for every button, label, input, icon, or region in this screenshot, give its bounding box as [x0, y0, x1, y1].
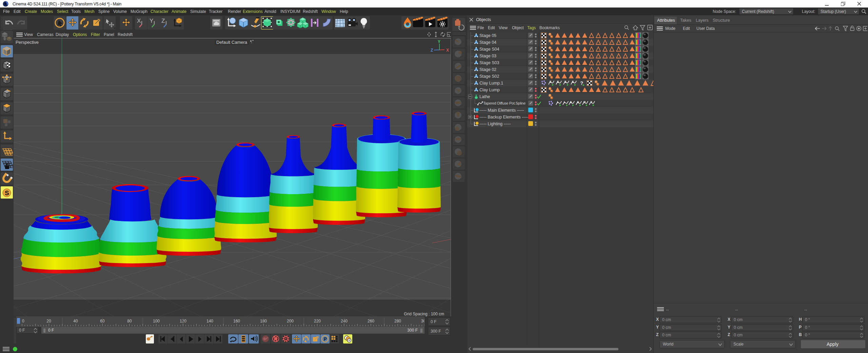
- svg-text:220: 220: [314, 319, 321, 323]
- svg-text:Z: Z: [431, 48, 433, 53]
- svg-text:20: 20: [46, 319, 51, 323]
- svg-text:0: 0: [570, 100, 572, 104]
- svg-text:P: P: [324, 336, 327, 342]
- svg-text:P: P: [584, 100, 586, 104]
- svg-text:?: ?: [580, 80, 583, 86]
- svg-text:280: 280: [394, 319, 401, 323]
- svg-text:Grid Spacing : 100 cm: Grid Spacing : 100 cm: [404, 312, 444, 316]
- svg-text:0: 0: [22, 319, 24, 323]
- svg-text:5: 5: [557, 80, 559, 83]
- svg-text:80: 80: [127, 319, 132, 323]
- svg-text:T: T: [590, 100, 592, 104]
- svg-text:0: 0: [577, 100, 579, 104]
- svg-text:X: X: [137, 18, 141, 24]
- svg-text:100: 100: [153, 319, 160, 323]
- svg-text:300: 300: [421, 319, 425, 323]
- svg-text:140: 140: [206, 319, 213, 323]
- svg-text:Y: Y: [150, 18, 153, 24]
- svg-text:I: I: [564, 100, 565, 104]
- svg-text:Default Camera: Default Camera: [216, 40, 248, 45]
- svg-text:S: S: [5, 189, 9, 197]
- svg-text:Perspective: Perspective: [16, 40, 39, 45]
- svg-text:5: 5: [572, 80, 574, 83]
- svg-text:40: 40: [73, 319, 78, 323]
- svg-text:X: X: [446, 48, 449, 53]
- svg-text:160: 160: [233, 319, 240, 323]
- svg-text:Y: Y: [438, 39, 440, 44]
- svg-text:5: 5: [565, 80, 566, 83]
- svg-text:5: 5: [550, 80, 551, 83]
- svg-text:Z: Z: [161, 18, 165, 24]
- svg-text:200: 200: [287, 319, 294, 323]
- svg-text:I: I: [557, 100, 558, 104]
- svg-text:260: 260: [368, 319, 374, 323]
